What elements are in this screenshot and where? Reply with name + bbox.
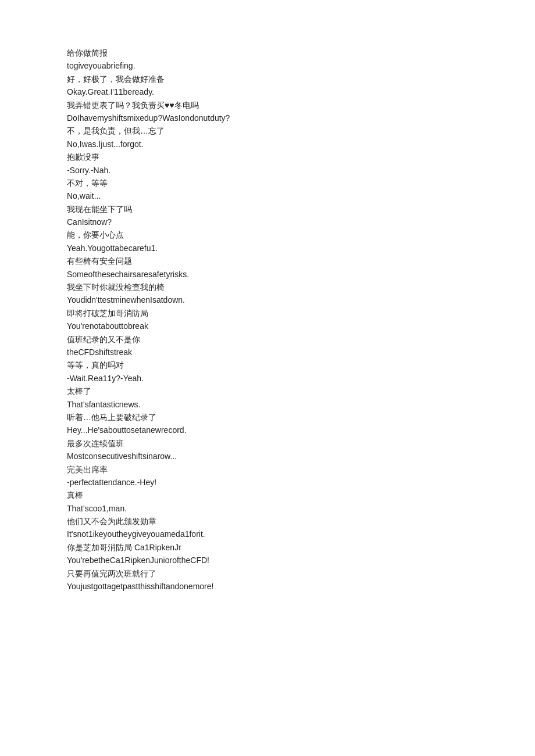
subtitle-en-18: It'snot1ikeyoutheygiveyouameda1forit. (67, 528, 468, 540)
subtitle-en-0: togiveyouabriefing. (67, 59, 468, 72)
subtitle-en-17: That'scoo1,man. (67, 502, 468, 515)
subtitle-en-5: No,wait... (67, 189, 468, 202)
subtitle-cn-5: 不对，等等 (67, 177, 468, 189)
subtitle-en-16: -perfectattendance.-Hey! (67, 476, 468, 489)
subtitle-cn-13: 太棒了 (67, 385, 468, 397)
subtitle-en-14: Hey...He'sabouttosetanewrecord. (67, 424, 468, 436)
subtitle-en-6: CanIsitnow? (67, 216, 468, 228)
content-container: 给你做简报togiveyouabriefing.好，好极了，我会做好准备Okay… (67, 46, 468, 593)
subtitle-en-10: You'renotabouttobreak (67, 320, 468, 332)
subtitle-cn-6: 我现在能坐下了吗 (67, 203, 468, 216)
subtitle-cn-16: 完美出席率 (67, 463, 468, 476)
subtitle-cn-3: 不，是我负责，但我…忘了 (67, 124, 468, 137)
subtitle-cn-2: 我弄错更表了吗？我负责买♥♥冬电吗 (67, 99, 468, 112)
subtitle-cn-20: 只要再值完两次班就行了 (67, 567, 468, 580)
subtitle-en-9: Youdidn'ttestminewhenIsatdown. (67, 293, 468, 306)
subtitle-cn-0: 给你做简报 (67, 46, 468, 59)
subtitle-en-13: That'sfantasticnews. (67, 398, 468, 411)
subtitle-en-2: DoIhavemyshiftsmixedup?WasIondonutduty? (67, 112, 468, 124)
subtitle-cn-8: 有些椅有安全问题 (67, 255, 468, 267)
subtitle-cn-17: 真棒 (67, 489, 468, 501)
subtitle-cn-11: 值班纪录的又不是你 (67, 333, 468, 346)
subtitle-en-1: Okay.Great.I'11beready. (67, 85, 468, 98)
subtitle-en-20: Youjustgottagetpastthisshiftandonemore! (67, 580, 468, 593)
subtitle-en-11: theCFDshiftstreak (67, 346, 468, 359)
subtitle-en-8: Someofthesechairsaresafetyrisks. (67, 268, 468, 281)
subtitle-cn-7: 能，你要小心点 (67, 228, 468, 241)
subtitle-cn-14: 听着…他马上要破纪录了 (67, 411, 468, 424)
subtitle-cn-19: 你是芝加哥消防局 Ca1RipkenJr (67, 541, 468, 554)
subtitle-en-3: No,Iwas.Ijust...forgot. (67, 138, 468, 151)
subtitle-cn-9: 我坐下时你就没检查我的椅 (67, 281, 468, 293)
subtitle-cn-4: 抱歉没事 (67, 151, 468, 163)
subtitle-en-7: Yeah.Yougottabecarefu1. (67, 242, 468, 255)
subtitle-en-4: -Sorry.-Nah. (67, 164, 468, 177)
subtitle-cn-12: 等等，真的吗对 (67, 359, 468, 371)
subtitle-cn-15: 最多次连续值班 (67, 437, 468, 450)
subtitle-en-12: -Wait.Rea11y?-Yeah. (67, 372, 468, 385)
subtitle-cn-18: 他们又不会为此颁发勋章 (67, 515, 468, 528)
subtitle-cn-10: 即将打破芝加哥消防局 (67, 307, 468, 320)
subtitle-en-15: Mostconsecutiveshiftsinarow... (67, 450, 468, 463)
subtitle-cn-1: 好，好极了，我会做好准备 (67, 73, 468, 85)
subtitle-en-19: You'rebetheCa1RipkenJunioroftheCFD! (67, 554, 468, 567)
